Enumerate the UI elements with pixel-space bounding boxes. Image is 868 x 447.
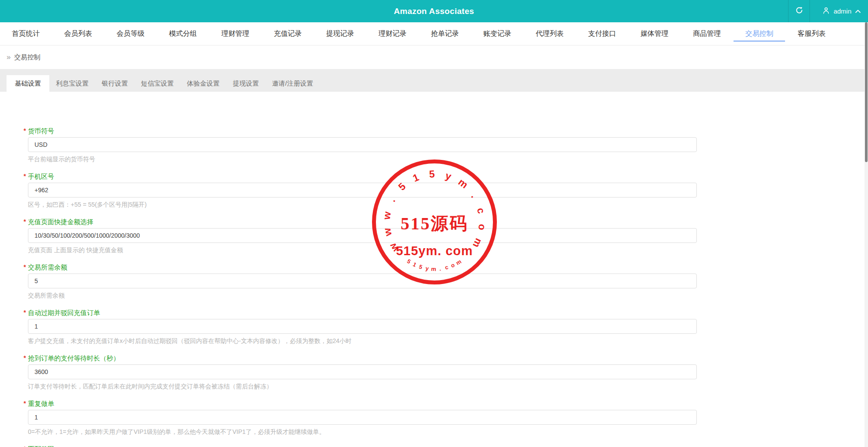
breadcrumb-label: 交易控制 (14, 53, 40, 62)
required-asterisk: * (24, 172, 26, 180)
user-icon (822, 7, 830, 16)
tab-trial-fund-settings[interactable]: 体验金设置 (180, 75, 226, 92)
field-hint: 客户提交充值，未支付的充值订单x小时后自动过期驳回（驳回内容在帮助中心-文本内容… (28, 337, 868, 345)
breadcrumb-chevrons-icon: » (7, 53, 10, 62)
nav-item-trade-control[interactable]: 交易控制 (745, 22, 773, 45)
field-hint: 交易所需余额 (28, 291, 868, 299)
form-field-required-balance: * 交易所需余额 交易所需余额 (28, 263, 868, 299)
field-label: * 抢到订单的支付等待时长（秒） (28, 354, 120, 363)
user-menu[interactable]: admin (810, 0, 868, 22)
tab-invite-register-settings[interactable]: 邀请/注册设置 (265, 75, 320, 92)
required-asterisk: * (24, 308, 26, 317)
nav-item-withdraw-records[interactable]: 提现记录 (326, 22, 354, 45)
field-label: * 自动过期并驳回充值订单 (28, 308, 100, 317)
app-title: Amazon Associates (0, 0, 868, 22)
scrollbar-track (865, 22, 868, 447)
field-label: * 交易所需余额 (28, 263, 67, 272)
main-nav: 首页统计 会员列表 会员等级 模式分组 理财管理 充值记录 提现记录 理财记录 … (0, 22, 868, 45)
nav-item-home-stats[interactable]: 首页统计 (12, 22, 40, 45)
form-field-quick-amounts: * 充值页面快捷金额选择 充值页面 上面显示的 快捷充值金额 (28, 218, 868, 254)
tab-basic-settings[interactable]: 基础设置 (7, 75, 49, 92)
top-bar-actions: admin (788, 0, 868, 22)
breadcrumb: » 交易控制 (0, 45, 868, 69)
nav-item-agent-list[interactable]: 代理列表 (536, 22, 564, 45)
tabs-list: 基础设置 利息宝设置 银行设置 短信宝设置 体验金设置 提现设置 邀请/注册设置 (7, 75, 320, 92)
form-field-currency-symbol: * 货币符号 平台前端显示的货币符号 (28, 127, 868, 163)
form-field-pay-wait-seconds: * 抢到订单的支付等待时长（秒） 订单支付等待时长，匹配订单后未在此时间内完成支… (28, 354, 868, 390)
field-hint: 平台前端显示的货币符号 (28, 155, 868, 163)
tab-sms-settings[interactable]: 短信宝设置 (134, 75, 180, 92)
chevron-up-icon (855, 7, 861, 15)
auto-expire-order-input[interactable] (28, 319, 697, 334)
field-hint: 充值页面 上面显示的 快捷充值金额 (28, 246, 868, 254)
field-label: * 手机区号 (28, 172, 54, 181)
tab-withdraw-settings[interactable]: 提现设置 (226, 75, 265, 92)
phone-area-code-input[interactable] (28, 183, 697, 198)
scrollbar-thumb[interactable] (865, 22, 868, 162)
nav-item-finance-records[interactable]: 理财记录 (379, 22, 406, 45)
form-field-repeat-order: * 重复做单 0=不允许，1=允许，如果昨天用户做了VIP1级别的单，那么他今天… (28, 399, 868, 436)
nav-item-order-grab-records[interactable]: 抢单记录 (431, 22, 459, 45)
user-name: admin (834, 7, 851, 15)
refresh-button[interactable] (789, 0, 809, 22)
nav-item-mode-group[interactable]: 模式分组 (169, 22, 197, 45)
nav-item-balance-change-records[interactable]: 账变记录 (483, 22, 511, 45)
field-label: * 重复做单 (28, 399, 54, 408)
top-bar: Amazon Associates admin (0, 0, 868, 22)
nav-item-recharge-records[interactable]: 充值记录 (274, 22, 302, 45)
tab-lixibao-settings[interactable]: 利息宝设置 (49, 75, 95, 92)
nav-item-product-mgmt[interactable]: 商品管理 (693, 22, 721, 45)
field-hint: 区号，如巴西：+55 = 55(多个区号用|5隔开) (28, 201, 868, 208)
form-field-auto-expire-order: * 自动过期并驳回充值订单 客户提交充值，未支付的充值订单x小时后自动过期驳回（… (28, 308, 868, 345)
tab-bank-settings[interactable]: 银行设置 (95, 75, 134, 92)
repeat-order-input[interactable] (28, 410, 697, 425)
form-field-match-range-partial: * 匹配范围 (28, 445, 868, 447)
form-field-phone-area-code: * 手机区号 区号，如巴西：+55 = 55(多个区号用|5隔开) (28, 172, 868, 208)
nav-item-media-mgmt[interactable]: 媒体管理 (641, 22, 668, 45)
field-hint: 订单支付等待时长，匹配订单后未在此时间内完成支付提交订单将会被冻结（需后台解冻） (28, 382, 868, 390)
field-label: * 匹配范围 (28, 445, 54, 447)
quick-amounts-input[interactable] (28, 228, 697, 243)
required-asterisk: * (24, 217, 26, 226)
nav-item-finance-mgmt[interactable]: 理财管理 (221, 22, 249, 45)
tabs-bar: 基础设置 利息宝设置 银行设置 短信宝设置 体验金设置 提现设置 邀请/注册设置 (0, 69, 868, 92)
required-asterisk: * (24, 353, 26, 362)
nav-item-payment-interface[interactable]: 支付接口 (588, 22, 616, 45)
required-asterisk: * (24, 263, 26, 271)
nav-item-member-list[interactable]: 会员列表 (64, 22, 92, 45)
required-balance-input[interactable] (28, 274, 697, 288)
field-label: * 充值页面快捷金额选择 (28, 218, 93, 226)
nav-item-member-level[interactable]: 会员等级 (117, 22, 145, 45)
required-asterisk: * (24, 444, 26, 447)
pay-wait-seconds-input[interactable] (28, 364, 697, 379)
field-label: * 货币符号 (28, 127, 54, 135)
currency-symbol-input[interactable] (28, 137, 697, 152)
required-asterisk: * (24, 126, 26, 135)
settings-form: * 货币符号 平台前端显示的货币符号 * 手机区号 区号，如巴西：+55 = 5… (0, 92, 868, 447)
field-hint: 0=不允许，1=允许，如果昨天用户做了VIP1级别的单，那么他今天就做不了VIP… (28, 428, 868, 436)
required-asterisk: * (24, 399, 26, 408)
nav-item-service-list[interactable]: 客服列表 (798, 22, 826, 45)
refresh-icon (795, 6, 803, 16)
